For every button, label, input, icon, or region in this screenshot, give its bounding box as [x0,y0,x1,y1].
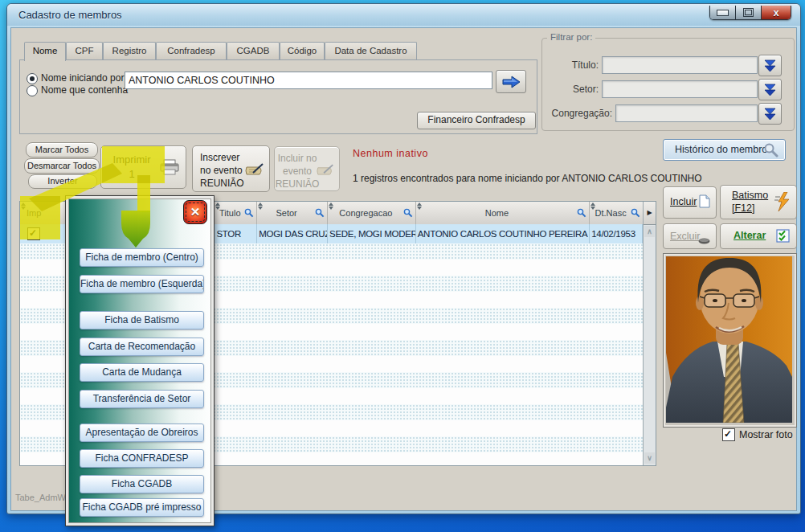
radio-nome-iniciando[interactable] [27,73,38,84]
double-chevron-down-icon [763,108,777,121]
congregacao-label: Congregação: [549,108,612,119]
carta-recomendacao-button[interactable]: Carta de Recomendação [80,338,204,356]
carta-mudanca-button[interactable]: Carta de Mudança [80,363,204,382]
imprimir-button[interactable]: Imprimir 1 [100,145,186,189]
member-photo [663,253,797,428]
incluir-evento-button[interactable]: Incluir no evento REUNIÃO [274,146,340,191]
cell-congregacao: SEDE, MOGI MODERNO [328,224,416,243]
cell-setor: MOGI DAS CRUZES [257,224,328,243]
titulo-filter-input[interactable] [602,56,758,74]
sort-icon[interactable] [21,203,26,210]
radio-nome-contenha-label: Nome que contenha [41,84,128,96]
desmarcar-todos-button[interactable]: Desmarcar Todos [24,158,100,174]
maximize-button[interactable] [735,6,761,19]
close-window-button[interactable] [761,6,791,19]
status-text: Tabe_AdmW [15,493,66,502]
scroll-up-icon[interactable] [644,226,655,237]
inactive-status-text: Nenhum inativo [353,148,428,159]
radio-nome-iniciando-label: Nome iniciando por [41,72,124,84]
blue-arrow-right-icon [501,74,521,90]
mostrar-foto-label: Mostrar foto [739,429,793,440]
ficha-cgadb-button[interactable]: Ficha CGADB [80,475,204,493]
table-scrollbar[interactable] [643,202,656,465]
ficha-membro-esquerda-button[interactable]: Ficha de membro (Esquerda) [80,275,204,293]
scroll-pen-icon [316,163,335,180]
congregacao-dropdown-button[interactable] [758,103,782,125]
historico-membro-button[interactable]: Histórico do membro [663,139,786,161]
scroll-pen-icon [244,162,265,180]
titulo-dropdown-button[interactable] [758,55,782,76]
column-search-icon[interactable] [577,208,586,219]
setor-label: Setor: [549,84,599,95]
window-title: Cadastro de membros [18,9,122,21]
excluir-button[interactable]: Excluir [663,223,717,249]
ficha-batismo-button[interactable]: Ficha de Batismo [80,311,204,329]
column-search-icon[interactable] [403,208,413,219]
incluir-button[interactable]: Incluir [663,186,717,219]
printer-icon [159,159,180,178]
double-chevron-down-icon [763,59,777,72]
name-search-input[interactable] [125,72,492,89]
titulo-label: Título: [549,59,599,71]
tab-cgadb[interactable]: CGADB [227,42,280,59]
more-columns-arrow-icon[interactable] [644,202,656,225]
cell-titulo: STOR [215,224,257,243]
inverter-button[interactable]: Inverter [28,174,97,189]
scroll-down-icon[interactable] [644,452,655,464]
alterar-button[interactable]: Alterar [720,223,797,249]
batismo-button[interactable]: Batismo [F12] [720,185,797,219]
col-header-congregacao[interactable]: Congregacao [328,202,416,224]
minimize-button[interactable] [710,6,735,19]
mostrar-foto-checkbox[interactable] [722,428,735,441]
filter-group: Filtrar por: Título: Setor: [541,38,795,131]
print-options-popup: Ficha de membro (Centro) Ficha de membro… [65,195,215,526]
tab-confradesp[interactable]: Confradesp [156,42,227,59]
desktop: Cadastro de membros Nome CPF Registro Co… [0,0,805,532]
close-icon [773,7,778,18]
search-panel: Nome iniciando por Nome que contenha Fin… [19,59,537,134]
inscrever-evento-button[interactable]: Inscrever no evento REUNIÃO [192,145,270,192]
eraser-icon [698,233,710,248]
ficha-cgadb-pre-button[interactable]: Ficha CGADB pré impresso [80,498,204,517]
cell-dtnasc: 14/02/1953 [590,224,643,243]
col-header-nome[interactable]: Nome [416,202,590,224]
minimize-icon [717,10,729,16]
tab-data-cadastro[interactable]: Data de Cadastro [325,42,417,59]
tab-codigo[interactable]: Código [280,42,325,59]
double-chevron-down-icon [763,84,777,96]
maximize-icon [743,8,754,17]
col-header-setor[interactable]: Setor [257,202,328,224]
ficha-membro-centro-button[interactable]: Ficha de membro (Centro) [80,248,204,267]
column-search-icon[interactable] [315,208,325,219]
close-x-icon [190,205,201,219]
apresentacao-obreiros-button[interactable]: Apresentação de Obreiros [80,424,204,442]
column-search-icon[interactable] [244,208,254,219]
marcar-todos-button[interactable]: Marcar Todos [26,142,98,158]
tab-cpf[interactable]: CPF [66,42,103,59]
financeiro-confradesp-button[interactable]: Financeiro Confradesp [417,112,536,129]
magnifier-icon [763,142,778,158]
tab-nome[interactable]: Nome [24,42,66,61]
setor-dropdown-button[interactable] [758,79,782,100]
search-go-button[interactable] [496,70,526,93]
cell-nome: ANTONIO CARLOS COUTINHO PEREIRA [416,224,590,243]
popup-close-button[interactable] [183,200,207,224]
column-search-icon[interactable] [631,208,640,219]
setor-filter-input[interactable] [602,80,758,98]
col-header-dtnasc[interactable]: Dt.Nasc [590,202,643,224]
congregacao-filter-input[interactable] [615,104,758,122]
filter-legend: Filtrar por: [547,32,595,42]
transferencia-setor-button[interactable]: Transferência de Setor [80,390,204,408]
col-header-titulo[interactable]: Titulo [215,202,257,224]
lightning-icon [774,192,790,215]
new-page-icon [699,194,710,211]
titlebar[interactable]: Cadastro de membros [7,4,800,26]
checklist-icon [776,229,790,246]
result-count-text: 1 registros encontrados para nome inicia… [353,173,702,184]
radio-nome-contenha[interactable] [27,85,38,96]
imp-checkbox[interactable] [27,227,40,240]
window-controls [709,6,791,20]
tab-registro[interactable]: Registro [103,42,156,59]
ficha-confradesp-button[interactable]: Ficha CONFRADESP [80,449,204,468]
